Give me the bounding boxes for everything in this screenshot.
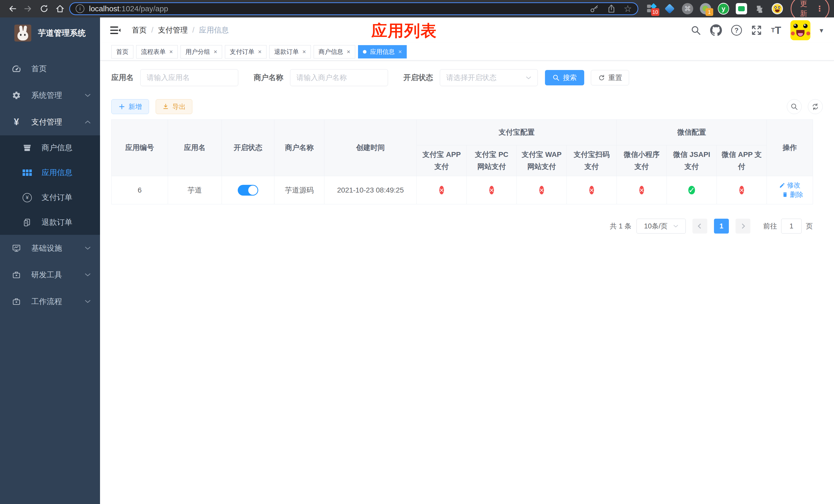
page-size-select[interactable]: 10条/页 bbox=[637, 219, 686, 233]
page-number-current[interactable]: 1 bbox=[714, 219, 729, 233]
enable-toggle[interactable] bbox=[238, 185, 258, 196]
toggle-search-icon[interactable] bbox=[787, 99, 802, 114]
back-icon[interactable] bbox=[6, 2, 19, 15]
goto-unit: 页 bbox=[806, 222, 813, 231]
page-content: 应用名 商户名称 开启状态 请选择开启状态 搜索 重置 bbox=[100, 69, 834, 233]
status-select[interactable]: 请选择开启状态 bbox=[440, 69, 538, 86]
breadcrumb-payment[interactable]: 支付管理 bbox=[147, 25, 188, 36]
edit-link[interactable]: 修改 bbox=[779, 181, 800, 190]
sidebar-item-infrastructure[interactable]: 基础设施 bbox=[0, 235, 100, 261]
col-alipay-wap: 支付宝 WAP 网站支付 bbox=[517, 145, 567, 176]
close-icon[interactable]: × bbox=[398, 49, 402, 55]
pencil-icon bbox=[779, 182, 785, 188]
extension-kite-icon[interactable] bbox=[664, 3, 675, 14]
tag-refund-order[interactable]: 退款订单× bbox=[269, 45, 311, 59]
url-host: localhost bbox=[89, 4, 119, 13]
extensions-puzzle-icon[interactable] bbox=[754, 3, 765, 14]
status-select-placeholder: 请选择开启状态 bbox=[446, 73, 497, 83]
update-label: 更新 bbox=[796, 0, 811, 19]
sidebar-item-label: 工作流程 bbox=[31, 296, 62, 307]
search-button[interactable]: 搜索 bbox=[545, 70, 584, 85]
sidebar-item-pay-orders[interactable]: ¥ 支付订单 bbox=[0, 185, 100, 210]
tag-process-form[interactable]: 流程表单× bbox=[136, 45, 178, 59]
cell-merchant: 芋道源码 bbox=[275, 176, 324, 204]
browser-menu-kebab-icon[interactable]: ⋮ bbox=[816, 5, 824, 13]
yen-circle-icon: ¥ bbox=[22, 193, 32, 202]
tag-pay-order[interactable]: 支付订单× bbox=[225, 45, 266, 59]
sidebar-item-merchant-info[interactable]: 商户信息 bbox=[0, 135, 100, 160]
chevron-up-icon bbox=[85, 120, 91, 124]
help-icon[interactable]: ? bbox=[731, 25, 742, 36]
grid-icon bbox=[22, 169, 32, 176]
share-icon[interactable] bbox=[607, 4, 616, 13]
download-icon bbox=[162, 103, 169, 110]
add-button[interactable]: 新增 bbox=[111, 99, 149, 114]
github-icon[interactable] bbox=[710, 24, 722, 36]
document-icon bbox=[22, 218, 32, 227]
reset-button[interactable]: 重置 bbox=[591, 70, 629, 85]
sidebar-item-home[interactable]: 首页 bbox=[0, 55, 100, 82]
search-icon[interactable] bbox=[690, 25, 701, 36]
tag-user-group[interactable]: 用户分组× bbox=[180, 45, 222, 59]
avatar-caret-icon[interactable]: ▾ bbox=[820, 26, 823, 35]
close-icon[interactable]: × bbox=[347, 49, 350, 55]
extension-y-icon[interactable]: y bbox=[718, 3, 729, 14]
table-tools bbox=[787, 99, 823, 114]
bookmark-star-icon[interactable]: ☆ bbox=[624, 4, 632, 13]
url-actions: ☆ bbox=[590, 4, 632, 13]
fullscreen-icon[interactable] bbox=[751, 25, 762, 36]
home-icon[interactable] bbox=[53, 2, 67, 15]
prev-page-button[interactable] bbox=[693, 219, 707, 233]
sidebar-item-system[interactable]: 系统管理 bbox=[0, 82, 100, 109]
sidebar-item-label: 基础设施 bbox=[31, 243, 62, 254]
sidebar-item-label: 商户信息 bbox=[42, 142, 72, 153]
font-size-icon[interactable]: TT bbox=[771, 25, 781, 36]
col-app-name: 应用名 bbox=[168, 120, 222, 176]
close-icon[interactable]: × bbox=[302, 49, 306, 55]
close-icon[interactable]: × bbox=[169, 49, 173, 55]
gear-icon bbox=[11, 91, 22, 100]
search-icon bbox=[552, 74, 559, 81]
filter-bar: 应用名 商户名称 开启状态 请选择开启状态 搜索 重置 bbox=[111, 69, 823, 86]
extension-emoji-icon[interactable] bbox=[772, 3, 783, 14]
extension-command-icon[interactable]: ⌘ bbox=[682, 3, 693, 14]
close-icon[interactable]: × bbox=[258, 49, 262, 55]
extension-recorder-icon[interactable]: 1 bbox=[700, 3, 711, 14]
tag-app-info[interactable]: 应用信息× bbox=[358, 45, 407, 59]
sidebar-item-refund-orders[interactable]: 退款订单 bbox=[0, 210, 100, 235]
sidebar-fold-icon[interactable] bbox=[110, 26, 120, 35]
avatar[interactable] bbox=[790, 20, 810, 40]
refresh-table-icon[interactable] bbox=[808, 99, 823, 114]
col-merchant: 商户名称 bbox=[275, 120, 324, 176]
table-row: 6 芋道 芋道源码 2021-10-23 08:49:25 × × × × × … bbox=[112, 176, 813, 204]
sidebar-item-workflow[interactable]: 工作流程 bbox=[0, 288, 100, 315]
app-name-input[interactable] bbox=[140, 69, 238, 86]
app-name-label: 应用名 bbox=[111, 72, 134, 83]
sidebar-item-payment[interactable]: ¥ 支付管理 bbox=[0, 109, 100, 135]
merchant-name-input[interactable] bbox=[290, 69, 388, 86]
browser-toolbar: i localhost:1024/pay/app ☆ 10 ⌘ 1 y bbox=[0, 0, 834, 18]
col-created: 创建时间 bbox=[324, 120, 417, 176]
breadcrumb-home[interactable]: 首页 bbox=[132, 25, 147, 36]
reload-icon[interactable] bbox=[38, 2, 51, 15]
sidebar-item-app-info[interactable]: 应用信息 bbox=[0, 160, 100, 185]
chevron-down-icon bbox=[85, 94, 91, 97]
delete-link[interactable]: 删除 bbox=[782, 190, 803, 199]
forward-icon[interactable] bbox=[22, 2, 35, 15]
extension-sidekick-icon[interactable]: 10 bbox=[646, 3, 657, 14]
sidebar-item-dev-tools[interactable]: 研发工具 bbox=[0, 261, 100, 288]
url-bar[interactable]: i localhost:1024/pay/app ☆ bbox=[69, 2, 638, 15]
briefcase-icon bbox=[11, 297, 22, 306]
next-page-button[interactable] bbox=[736, 219, 750, 233]
status-circle-wechat-jsapi: ✓ bbox=[688, 186, 695, 194]
extension-chat-icon[interactable] bbox=[736, 3, 747, 14]
app-logo[interactable]: 芋道管理系统 bbox=[0, 18, 100, 49]
tag-merchant-info[interactable]: 商户信息× bbox=[314, 45, 355, 59]
close-icon[interactable]: × bbox=[214, 49, 217, 55]
goto-page-input[interactable] bbox=[781, 219, 802, 233]
chevron-down-icon bbox=[526, 76, 531, 79]
tag-home[interactable]: 首页 bbox=[111, 45, 133, 59]
site-info-icon[interactable]: i bbox=[76, 4, 84, 13]
export-button[interactable]: 导出 bbox=[156, 99, 192, 114]
password-key-icon[interactable] bbox=[590, 4, 599, 13]
